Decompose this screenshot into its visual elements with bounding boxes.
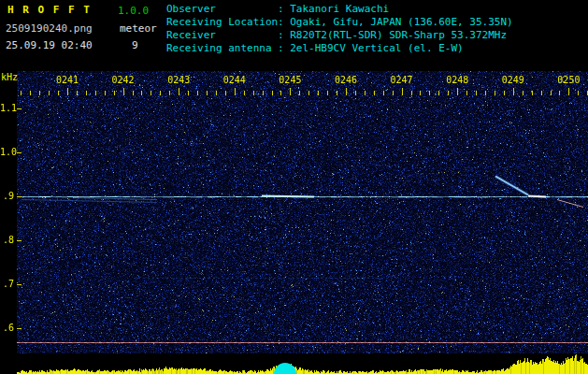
freq-axis-label: 1.0: [0, 147, 14, 157]
freq-axis-label: .7: [0, 279, 14, 289]
freq-axis-label: 1.1: [0, 103, 14, 113]
freq-axis-labels: 1.11.0.9.8.7.6: [0, 0, 588, 374]
freq-axis-label: .8: [0, 235, 14, 245]
hrofft-screen: H R O F F T 1.0.0 2509190240.png meteor …: [0, 0, 588, 374]
freq-axis-label: .9: [0, 191, 14, 201]
freq-axis-label: .6: [0, 323, 14, 333]
